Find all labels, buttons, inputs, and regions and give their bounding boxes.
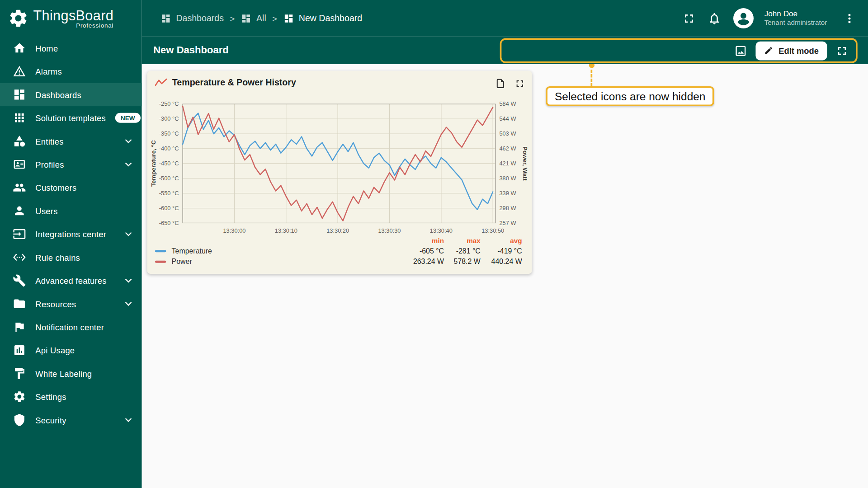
notification-center-icon [13, 320, 26, 333]
svg-text:-400 °C: -400 °C [159, 145, 179, 152]
fullscreen-button[interactable] [681, 10, 697, 26]
more-menu-button[interactable] [841, 10, 857, 26]
svg-text:13:30:00: 13:30:00 [223, 228, 245, 235]
sidebar-item-label: Integrations center [35, 230, 112, 239]
sidebar-item-security[interactable]: Security [0, 408, 142, 432]
breadcrumb-all[interactable]: All [241, 13, 266, 23]
sidebar-item-solution-templates[interactable]: Solution templates NEW [0, 106, 142, 129]
dashboard-fullscreen-button[interactable] [831, 40, 853, 61]
svg-text:-250 °C: -250 °C [159, 100, 179, 107]
sidebar-item-label: Customers [35, 183, 135, 192]
bell-icon [708, 11, 722, 25]
app-name: ThingsBoard [33, 8, 113, 24]
legend-series-label: Power [172, 257, 192, 265]
breadcrumb-label: All [256, 13, 266, 23]
sidebar-item-label: Home [35, 43, 135, 53]
user-avatar[interactable] [732, 7, 755, 29]
svg-text:257 W: 257 W [499, 220, 516, 226]
chevron-down-icon [122, 158, 135, 171]
dashboard-toolbar: New Dashboard Edit mode [142, 37, 868, 64]
header-actions: John Doe Tenant administrator [681, 7, 868, 29]
dashboard-icon [283, 13, 293, 23]
sidebar: ThingsBoard Professional Home Alarms Das… [0, 0, 142, 488]
sidebar-item-label: Users [35, 206, 135, 216]
warning-icon [13, 65, 26, 78]
widget-actions [495, 78, 525, 89]
user-info[interactable]: John Doe Tenant administrator [764, 9, 827, 28]
power-min: 263.24 W [407, 257, 444, 265]
fullscreen-icon [682, 11, 696, 25]
svg-text:-450 °C: -450 °C [159, 160, 179, 167]
file-icon [495, 78, 506, 89]
sidebar-item-white-labeling[interactable]: White Labeling [0, 362, 142, 385]
breadcrumb-dashboards[interactable]: Dashboards [160, 13, 224, 23]
edit-mode-button[interactable]: Edit mode [756, 41, 827, 60]
line-chart: -250 °C584 W-300 °C544 W-350 °C503 W-400… [147, 96, 532, 236]
sidebar-item-integrations-center[interactable]: Integrations center [0, 222, 142, 245]
chevron-down-icon [122, 135, 135, 148]
widget-fullscreen-button[interactable] [514, 78, 525, 89]
app-edition: Professional [76, 22, 113, 29]
fullscreen-icon [514, 78, 525, 89]
legend-row-temperature[interactable]: Temperature [155, 247, 407, 255]
sidebar-item-profiles[interactable]: Profiles [0, 153, 142, 176]
sidebar-item-advanced-features[interactable]: Advanced features [0, 269, 142, 292]
legend-row-power[interactable]: Power [155, 257, 407, 265]
sidebar-item-label: Settings [35, 392, 135, 402]
edit-mode-label: Edit mode [778, 46, 819, 56]
legend-col-max: max [444, 237, 481, 244]
top-header: Dashboards > All > New Dashboard [142, 0, 868, 37]
sidebar-item-home[interactable]: Home [0, 37, 142, 60]
fullscreen-icon [835, 44, 849, 57]
sidebar-item-customers[interactable]: Customers [0, 176, 142, 199]
svg-text:13:30:30: 13:30:30 [378, 228, 401, 235]
sidebar-item-label: Entities [35, 136, 112, 146]
sidebar-item-label: Profiles [35, 160, 112, 169]
svg-text:339 W: 339 W [499, 190, 516, 197]
application-window: ThingsBoard Professional Home Alarms Das… [0, 0, 868, 488]
dashboards-icon [13, 88, 26, 101]
svg-text:544 W: 544 W [499, 115, 516, 122]
widget-header: Temperature & Power History [147, 71, 532, 89]
timeseries-widget: Temperature & Power History -250 °C584 W… [147, 71, 532, 274]
sidebar-item-entities[interactable]: Entities [0, 130, 142, 153]
settings-gear-icon [13, 390, 26, 403]
svg-text:421 W: 421 W [499, 160, 516, 167]
callout-text: Selected icons are now hidden [555, 90, 706, 103]
sidebar-item-dashboards[interactable]: Dashboards [0, 83, 142, 106]
dashboard-image-button[interactable] [731, 40, 752, 61]
page-title: New Dashboard [153, 45, 229, 56]
sidebar-item-label: Api Usage [35, 346, 135, 355]
temperature-swatch [155, 250, 166, 252]
sidebar-item-label: Dashboards [35, 90, 135, 99]
power-swatch [155, 260, 166, 263]
svg-text:-350 °C: -350 °C [159, 130, 179, 137]
chevron-down-icon [122, 274, 135, 287]
sidebar-item-api-usage[interactable]: Api Usage [0, 338, 142, 361]
breadcrumb-label: Dashboards [176, 13, 224, 23]
sidebar-item-label: Solution templates [35, 113, 106, 122]
export-widget-button[interactable] [495, 78, 506, 89]
sidebar-item-users[interactable]: Users [0, 199, 142, 222]
sidebar-item-settings[interactable]: Settings [0, 385, 142, 408]
breadcrumb-label: New Dashboard [299, 13, 362, 23]
app-logo[interactable]: ThingsBoard Professional [0, 0, 142, 37]
pencil-icon [764, 46, 774, 56]
toolbar-highlight-box: Edit mode [500, 38, 858, 63]
notifications-button[interactable] [707, 10, 722, 26]
svg-text:-650 °C: -650 °C [159, 220, 179, 226]
customers-icon [13, 181, 26, 194]
sidebar-item-rule-chains[interactable]: Rule chains [0, 246, 142, 269]
api-usage-icon [13, 343, 26, 357]
sidebar-item-alarms[interactable]: Alarms [0, 60, 142, 83]
sidebar-item-notification-center[interactable]: Notification center [0, 315, 142, 338]
timeseries-chart-icon [155, 78, 167, 87]
thingsboard-gear-icon [8, 8, 29, 29]
new-badge: NEW [115, 113, 141, 123]
dashboard-icon [160, 13, 171, 23]
legend-series-label: Temperature [172, 247, 212, 255]
svg-text:-500 °C: -500 °C [159, 175, 179, 182]
breadcrumb-current[interactable]: New Dashboard [283, 13, 362, 23]
sidebar-item-resources[interactable]: Resources [0, 292, 142, 315]
integrations-icon [13, 227, 26, 240]
